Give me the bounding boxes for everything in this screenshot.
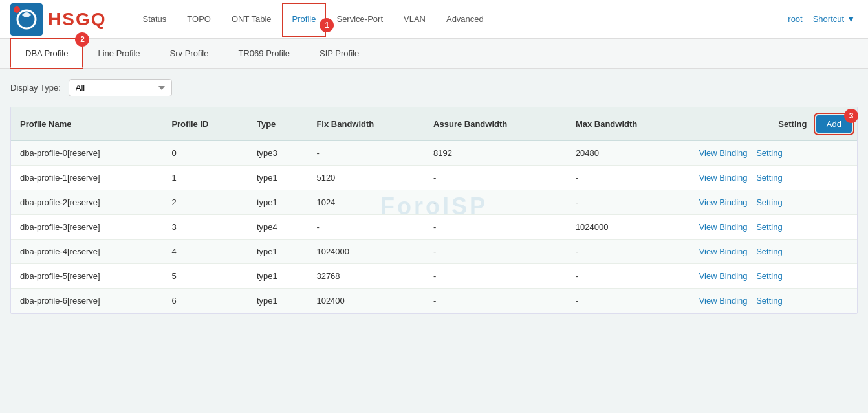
view-binding-link[interactable]: View Binding	[699, 222, 748, 232]
cell-profile-name: dba-profile-6[reserve]	[11, 289, 162, 313]
sub-tab-dba-wrap: DBA Profile 2	[10, 39, 83, 68]
sub-tabs-bar: DBA Profile 2 Line Profile Srv Profile T…	[0, 39, 868, 69]
nav-profile-wrap: Profile 1	[282, 14, 327, 24]
cell-type: type1	[248, 289, 307, 313]
sub-tab-srv-profile[interactable]: Srv Profile	[155, 39, 224, 68]
setting-link[interactable]: Setting	[756, 148, 782, 158]
setting-link[interactable]: Setting	[756, 271, 782, 281]
cell-setting-actions: View Binding Setting	[690, 141, 857, 166]
cell-max-bandwidth: -	[567, 166, 690, 190]
cell-setting-actions: View Binding Setting	[690, 289, 857, 313]
setting-link[interactable]: Setting	[756, 222, 782, 232]
nav-item-profile[interactable]: Profile	[282, 3, 327, 37]
cell-max-bandwidth: -	[567, 240, 690, 264]
col-max-bandwidth: Max Bandwidth	[567, 107, 690, 141]
nav-item-vlan[interactable]: VLAN	[393, 3, 436, 36]
view-binding-link[interactable]: View Binding	[699, 173, 748, 183]
cell-profile-name: dba-profile-3[reserve]	[11, 215, 162, 240]
cell-assure-bandwidth: -	[424, 215, 567, 240]
col-fix-bandwidth: Fix Bandwidth	[307, 107, 424, 141]
cell-max-bandwidth: 1024000	[567, 215, 690, 240]
col-profile-name: Profile Name	[11, 107, 162, 141]
annotation-badge-3: 3	[844, 109, 858, 123]
cell-profile-id: 2	[162, 190, 248, 215]
setting-link[interactable]: Setting	[756, 197, 782, 207]
cell-assure-bandwidth: 8192	[424, 141, 567, 166]
cell-profile-id: 0	[162, 141, 248, 166]
cell-assure-bandwidth: -	[424, 166, 567, 190]
cell-profile-id: 3	[162, 215, 248, 240]
cell-profile-id: 1	[162, 166, 248, 190]
col-assure-bandwidth: Assure Bandwidth	[424, 107, 567, 141]
table-body: dba-profile-0[reserve] 0 type3 - 8192 20…	[11, 141, 857, 313]
view-binding-link[interactable]: View Binding	[699, 271, 748, 281]
nav-item-status[interactable]: Status	[132, 3, 177, 36]
setting-link[interactable]: Setting	[756, 247, 782, 256]
cell-fix-bandwidth: 5120	[307, 166, 424, 190]
cell-max-bandwidth: -	[567, 289, 690, 313]
table-header: Profile Name Profile ID Type Fix Bandwid…	[11, 107, 857, 141]
sub-tab-tr069-profile[interactable]: TR069 Profile	[224, 39, 305, 68]
cell-fix-bandwidth: 102400	[307, 289, 424, 313]
table-row: dba-profile-4[reserve] 4 type1 1024000 -…	[11, 240, 857, 264]
col-type: Type	[248, 107, 307, 141]
cell-profile-name: dba-profile-0[reserve]	[11, 141, 162, 166]
nav-item-service-port[interactable]: Service-Port	[326, 3, 393, 36]
main-nav: Status TOPO ONT Table Profile 1 Service-…	[132, 3, 783, 36]
cell-assure-bandwidth: -	[424, 289, 567, 313]
cell-setting-actions: View Binding Setting	[690, 264, 857, 289]
cell-assure-bandwidth: -	[424, 240, 567, 264]
cell-profile-name: dba-profile-4[reserve]	[11, 240, 162, 264]
table-row: dba-profile-6[reserve] 6 type1 102400 - …	[11, 289, 857, 313]
display-type-select[interactable]: All Type1 Type2 Type3 Type4	[69, 79, 172, 96]
dba-profile-table: Profile Name Profile ID Type Fix Bandwid…	[11, 107, 857, 313]
shortcut-label: Shortcut	[813, 14, 844, 24]
cell-type: type1	[248, 190, 307, 215]
user-label: root	[783, 3, 807, 36]
table-row: dba-profile-2[reserve] 2 type1 1024 - - …	[11, 190, 857, 215]
nav-item-ont-table[interactable]: ONT Table	[221, 3, 282, 36]
cell-type: type1	[248, 240, 307, 264]
cell-setting-actions: View Binding Setting	[690, 215, 857, 240]
nav-item-advanced[interactable]: Advanced	[436, 3, 494, 36]
cell-profile-name: dba-profile-5[reserve]	[11, 264, 162, 289]
view-binding-link[interactable]: View Binding	[699, 148, 748, 158]
chevron-down-icon: ▼	[847, 14, 855, 24]
cell-max-bandwidth: -	[567, 264, 690, 289]
display-type-row: Display Type: All Type1 Type2 Type3 Type…	[10, 79, 858, 96]
cell-setting-actions: View Binding Setting	[690, 190, 857, 215]
cell-type: type1	[248, 166, 307, 190]
cell-fix-bandwidth: 32768	[307, 264, 424, 289]
cell-fix-bandwidth: 1024000	[307, 240, 424, 264]
cell-max-bandwidth: 20480	[567, 141, 690, 166]
nav-item-topo[interactable]: TOPO	[177, 3, 221, 36]
svg-point-2	[14, 6, 20, 13]
setting-link[interactable]: Setting	[756, 173, 782, 183]
main-content: Display Type: All Type1 Type2 Type3 Type…	[0, 69, 868, 324]
display-type-label: Display Type:	[10, 83, 61, 93]
cell-assure-bandwidth: -	[424, 264, 567, 289]
view-binding-link[interactable]: View Binding	[699, 197, 748, 207]
table-row: dba-profile-3[reserve] 3 type4 - - 10240…	[11, 215, 857, 240]
cell-profile-name: dba-profile-2[reserve]	[11, 190, 162, 215]
brand-name: HSGQ	[48, 9, 106, 30]
col-setting-label: Setting	[778, 119, 807, 129]
sub-tab-dba-profile[interactable]: DBA Profile	[10, 39, 83, 68]
cell-fix-bandwidth: -	[307, 141, 424, 166]
header: HSGQ Status TOPO ONT Table Profile 1 Ser…	[0, 0, 868, 39]
cell-profile-name: dba-profile-1[reserve]	[11, 166, 162, 190]
sub-tab-sip-profile[interactable]: SIP Profile	[305, 39, 374, 68]
logo-icon	[10, 3, 43, 36]
setting-link[interactable]: Setting	[756, 296, 782, 306]
sub-tab-line-profile[interactable]: Line Profile	[83, 39, 155, 68]
logo-area: HSGQ	[10, 3, 106, 36]
table-row: dba-profile-1[reserve] 1 type1 5120 - - …	[11, 166, 857, 190]
cell-setting-actions: View Binding Setting	[690, 166, 857, 190]
cell-profile-id: 6	[162, 289, 248, 313]
cell-type: type4	[248, 215, 307, 240]
view-binding-link[interactable]: View Binding	[699, 247, 748, 256]
cell-max-bandwidth: -	[567, 190, 690, 215]
cell-fix-bandwidth: 1024	[307, 190, 424, 215]
view-binding-link[interactable]: View Binding	[699, 296, 748, 306]
shortcut-button[interactable]: Shortcut ▼	[810, 3, 858, 36]
